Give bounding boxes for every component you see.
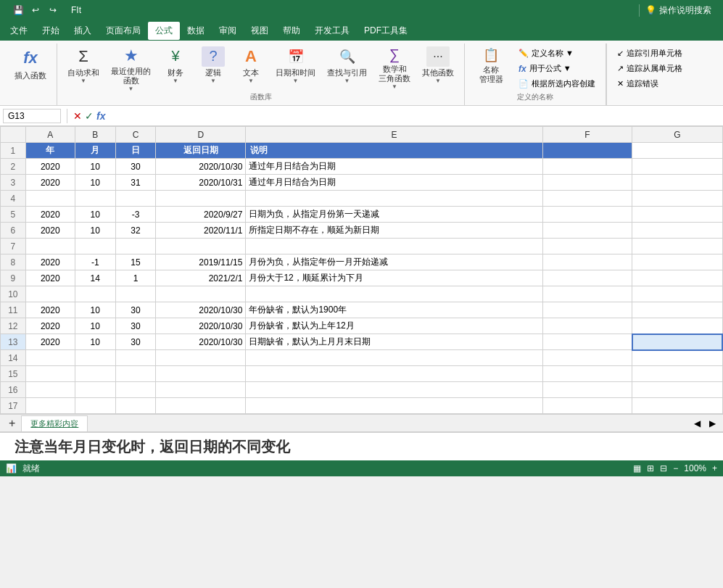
trace-dependents-btn[interactable]: ↗ 追踪从属单元格: [613, 62, 687, 75]
cell-b10[interactable]: [75, 286, 115, 302]
cell-d15[interactable]: [156, 366, 246, 382]
cell-f16[interactable]: [542, 382, 632, 398]
cell-a16[interactable]: [25, 382, 75, 398]
cell-d12[interactable]: 2020/10/30: [156, 318, 246, 334]
cell-a3[interactable]: 2020: [25, 175, 75, 191]
cell-b16[interactable]: [75, 382, 115, 398]
col-header-b[interactable]: B: [75, 127, 115, 143]
cell-f14[interactable]: [542, 350, 632, 366]
cell-c1[interactable]: 日: [115, 143, 156, 159]
cell-c9[interactable]: 1: [115, 270, 156, 286]
cell-e6[interactable]: 所指定日期不存在，顺延为新日期: [246, 223, 542, 239]
cell-a11[interactable]: 2020: [25, 302, 75, 318]
remove-arrows-btn[interactable]: ✕ 追踪错误: [613, 77, 687, 91]
menu-help[interactable]: 帮助: [276, 22, 307, 40]
cell-f6[interactable]: [542, 223, 632, 239]
cell-g6[interactable]: [632, 223, 722, 239]
cell-f8[interactable]: [542, 254, 632, 270]
cell-f11[interactable]: [542, 302, 632, 318]
cell-e2[interactable]: 通过年月日结合为日期: [246, 159, 542, 175]
cell-e14[interactable]: [246, 350, 542, 366]
cell-e11[interactable]: 年份缺省，默认为1900年: [246, 302, 542, 318]
cell-g1[interactable]: [632, 143, 722, 159]
cell-c12[interactable]: 30: [115, 318, 156, 334]
cell-e17[interactable]: [246, 398, 542, 414]
cell-g15[interactable]: [632, 366, 722, 382]
cell-c17[interactable]: [115, 398, 156, 414]
cell-g11[interactable]: [632, 302, 722, 318]
cell-g7[interactable]: [632, 239, 722, 254]
cell-c14[interactable]: [115, 350, 156, 366]
cell-g12[interactable]: [632, 318, 722, 334]
cell-a2[interactable]: 2020: [25, 159, 75, 175]
cell-g10[interactable]: [632, 286, 722, 302]
cell-b9[interactable]: 14: [75, 270, 115, 286]
cell-f12[interactable]: [542, 318, 632, 334]
define-name-btn[interactable]: ✏️ 定义名称 ▼: [514, 46, 600, 60]
cell-g16[interactable]: [632, 382, 722, 398]
cell-b6[interactable]: 10: [75, 223, 115, 239]
menu-data[interactable]: 数据: [180, 22, 212, 40]
cell-a10[interactable]: [25, 286, 75, 302]
formula-input[interactable]: [108, 109, 720, 123]
cell-c15[interactable]: [115, 366, 156, 382]
col-header-c[interactable]: C: [115, 127, 156, 143]
menu-developer[interactable]: 开发工具: [307, 22, 357, 40]
menu-pdf[interactable]: PDF工具集: [357, 22, 415, 40]
cell-e8[interactable]: 月份为负，从指定年份一月开始递减: [246, 254, 542, 270]
cell-f15[interactable]: [542, 366, 632, 382]
cell-c2[interactable]: 30: [115, 159, 156, 175]
col-header-a[interactable]: A: [25, 127, 75, 143]
math-trig-btn[interactable]: ∑ 数学和三角函数 ▼: [374, 44, 415, 87]
use-in-formula-btn[interactable]: fx 用于公式 ▼: [514, 62, 600, 75]
add-sheet-btn[interactable]: +: [3, 415, 21, 431]
cell-f13[interactable]: [542, 334, 632, 350]
cell-a4[interactable]: [25, 191, 75, 207]
lookup-btn[interactable]: 🔍 查找与引用 ▼: [323, 44, 371, 87]
col-header-e[interactable]: E: [246, 127, 542, 143]
cell-e10[interactable]: [246, 286, 542, 302]
datetime-btn[interactable]: 📅 日期和时间 ▼: [271, 44, 320, 87]
cell-a15[interactable]: [25, 366, 75, 382]
cell-g2[interactable]: [632, 159, 722, 175]
cancel-formula-icon[interactable]: ✕: [73, 110, 82, 122]
zoom-in-btn[interactable]: +: [712, 463, 717, 473]
cell-c4[interactable]: [115, 191, 156, 207]
cell-b14[interactable]: [75, 350, 115, 366]
cell-d2[interactable]: 2020/10/30: [156, 159, 246, 175]
trace-precedents-btn[interactable]: ↙ 追踪引用单元格: [613, 46, 687, 60]
cell-g9[interactable]: [632, 270, 722, 286]
cell-e9[interactable]: 月份大于12，顺延累计为下月: [246, 270, 542, 286]
cell-a12[interactable]: 2020: [25, 318, 75, 334]
menu-insert[interactable]: 插入: [67, 22, 99, 40]
cell-d4[interactable]: [156, 191, 246, 207]
cell-b12[interactable]: 10: [75, 318, 115, 334]
cell-a7[interactable]: [25, 239, 75, 254]
logic-btn[interactable]: ? 逻辑 ▼: [196, 44, 231, 87]
insert-function-formula-icon[interactable]: fx: [96, 110, 105, 122]
cell-e12[interactable]: 月份缺省，默认为上年12月: [246, 318, 542, 334]
cell-b13[interactable]: 10: [75, 334, 115, 350]
cell-c6[interactable]: 32: [115, 223, 156, 239]
cell-f17[interactable]: [542, 398, 632, 414]
cell-b2[interactable]: 10: [75, 159, 115, 175]
cell-a1[interactable]: 年: [25, 143, 75, 159]
menu-pagelayout[interactable]: 页面布局: [99, 22, 148, 40]
cell-d9[interactable]: 2021/2/1: [156, 270, 246, 286]
col-header-g[interactable]: G: [632, 127, 722, 143]
cell-d7[interactable]: [156, 239, 246, 254]
cell-f7[interactable]: [542, 239, 632, 254]
cell-d6[interactable]: 2020/11/1: [156, 223, 246, 239]
name-manager-btn[interactable]: 📋 名称管理器: [471, 44, 511, 87]
cell-b4[interactable]: [75, 191, 115, 207]
undo-qa-btn[interactable]: ↩: [29, 4, 42, 17]
help-search-area[interactable]: 💡 操作说明搜索: [639, 4, 717, 17]
cell-d14[interactable]: [156, 350, 246, 366]
cell-f10[interactable]: [542, 286, 632, 302]
cell-c3[interactable]: 31: [115, 175, 156, 191]
cell-e13[interactable]: 日期缺省，默认为上月月末日期: [246, 334, 542, 350]
cell-f9[interactable]: [542, 270, 632, 286]
text-btn[interactable]: A 文本 ▼: [234, 44, 268, 87]
menu-review[interactable]: 审阅: [212, 22, 244, 40]
cell-a8[interactable]: 2020: [25, 254, 75, 270]
